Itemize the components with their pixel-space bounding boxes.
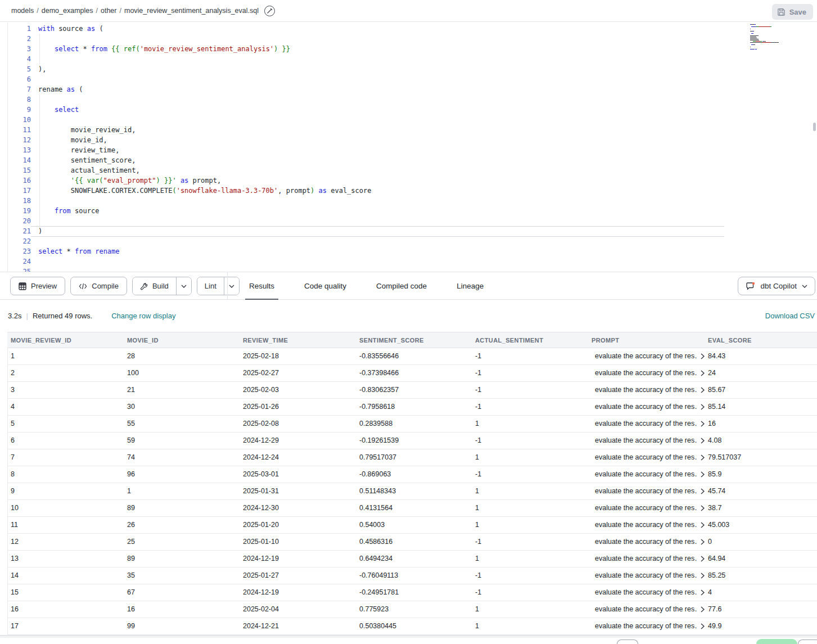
expand-chevron-icon[interactable] xyxy=(701,370,705,376)
code-line[interactable]: 25 xyxy=(7,267,817,272)
lint-label: Lint xyxy=(205,282,216,290)
code-line[interactable]: 9 select xyxy=(7,105,817,115)
expand-chevron-icon[interactable] xyxy=(701,404,705,410)
prompt-text: evaluate the accuracy of the res… xyxy=(592,433,697,449)
expand-chevron-icon[interactable] xyxy=(701,471,705,478)
expand-chevron-icon[interactable] xyxy=(701,421,705,427)
line-number: 25 xyxy=(7,267,31,272)
editor-minimap[interactable] xyxy=(750,24,813,52)
breadcrumb-segment[interactable]: models xyxy=(11,7,34,15)
prompt-text: evaluate the accuracy of the res… xyxy=(592,449,697,466)
toolbar-divider xyxy=(227,272,228,300)
prompt-text: evaluate the accuracy of the res… xyxy=(592,416,697,432)
breadcrumb-segment[interactable]: demo_examples xyxy=(42,7,93,15)
expand-chevron-icon[interactable] xyxy=(701,623,705,629)
breadcrumb-segment[interactable]: other xyxy=(101,7,117,15)
column-header[interactable]: MOVIE_REVIEW_ID xyxy=(7,332,124,348)
table-row: 14352025-01-27-0.76049113-1evaluate the … xyxy=(7,568,817,584)
table-row: 13892024-12-190.64942341evaluate the acc… xyxy=(7,551,817,568)
editor-scrollbar[interactable] xyxy=(813,123,816,131)
build-button[interactable]: Build xyxy=(133,277,176,295)
bottom-partial-button[interactable] xyxy=(798,640,817,644)
expand-chevron-icon[interactable] xyxy=(701,573,705,579)
column-header[interactable]: PROMPT xyxy=(588,332,705,348)
expand-chevron-icon[interactable] xyxy=(701,454,705,461)
code-line[interactable]: 14 sentiment_score, xyxy=(7,155,817,165)
table-cell: 2024-12-30 xyxy=(240,500,356,516)
lint-button[interactable]: Lint xyxy=(197,277,224,295)
code-line[interactable]: 13 review_time, xyxy=(7,145,817,155)
table-cell: -0.83556646 xyxy=(356,348,472,364)
code-line[interactable]: 19 from source xyxy=(7,206,817,216)
code-line[interactable]: 17 SNOWFLAKE.CORTEX.COMPLETE('snowflake-… xyxy=(7,186,817,196)
column-header[interactable]: ACTUAL_SENTIMENT xyxy=(472,332,588,348)
line-number: 4 xyxy=(7,54,31,64)
line-number: 6 xyxy=(7,74,31,84)
download-csv-link[interactable]: Download CSV xyxy=(765,312,815,320)
code-line[interactable]: 18 xyxy=(7,196,817,206)
code-line[interactable]: 10 xyxy=(7,115,817,125)
tab-lineage[interactable]: Lineage xyxy=(449,272,491,300)
column-header[interactable]: REVIEW_TIME xyxy=(240,332,356,348)
expand-chevron-icon[interactable] xyxy=(701,539,705,545)
code-line[interactable]: 23select * from rename xyxy=(7,246,817,256)
save-button[interactable]: Save xyxy=(772,4,813,20)
column-header[interactable]: EVAL_SCORE xyxy=(705,332,817,348)
wrench-icon xyxy=(140,282,148,290)
code-line[interactable]: 21) xyxy=(7,226,817,236)
change-row-display-link[interactable]: Change row display xyxy=(111,312,175,320)
code-line[interactable]: 1with source as ( xyxy=(7,24,817,34)
bottom-green-button[interactable] xyxy=(756,639,797,644)
code-line[interactable]: 22 xyxy=(7,236,817,246)
expand-chevron-icon[interactable] xyxy=(701,606,705,613)
expand-chevron-icon[interactable] xyxy=(701,438,705,444)
table-cell-eval-score: 85.14 xyxy=(705,399,817,415)
table-cell: 30 xyxy=(124,399,240,415)
table-cell: 0.54003 xyxy=(356,517,472,533)
code-line[interactable]: 11 movie_review_id, xyxy=(7,125,817,135)
code-line[interactable]: 15 actual_sentiment, xyxy=(7,165,817,175)
code-line[interactable]: 8 xyxy=(7,94,817,105)
preview-button[interactable]: Preview xyxy=(10,277,65,295)
expand-chevron-icon[interactable] xyxy=(701,353,705,359)
code-line[interactable]: 2 xyxy=(7,34,817,44)
tab-code-quality[interactable]: Code quality xyxy=(297,272,354,300)
tab-results[interactable]: Results xyxy=(242,272,282,300)
column-header[interactable]: MOVIE_ID xyxy=(124,332,240,348)
expand-chevron-icon[interactable] xyxy=(701,589,705,596)
chevron-down-icon xyxy=(181,285,187,288)
code-editor[interactable]: 1with source as (23 select * from {{ ref… xyxy=(0,22,817,272)
table-cell: 28 xyxy=(124,348,240,364)
lint-dropdown-chevron[interactable] xyxy=(224,277,239,295)
build-dropdown-chevron[interactable] xyxy=(176,277,191,295)
code-line[interactable]: 16 '{{ var("eval_prompt") }}' as prompt, xyxy=(7,175,817,186)
code-line[interactable]: 12 movie_id, xyxy=(7,135,817,145)
line-number: 1 xyxy=(7,24,31,34)
prompt-cell: evaluate the accuracy of the res… xyxy=(588,466,705,483)
code-line[interactable]: 5), xyxy=(7,64,817,74)
code-line[interactable]: 3 select * from {{ ref('movie_review_sen… xyxy=(7,44,817,54)
dbt-copilot-button[interactable]: dbt Copilot xyxy=(738,277,815,295)
expand-chevron-icon[interactable] xyxy=(701,505,705,511)
table-cell: 2024-12-29 xyxy=(240,433,356,449)
compile-button[interactable]: Compile xyxy=(70,277,127,295)
expand-chevron-icon[interactable] xyxy=(701,387,705,393)
code-line[interactable]: 4 xyxy=(7,54,817,64)
breadcrumb-segment[interactable]: movie_review_sentiment_analysis_eval.sql xyxy=(124,7,259,15)
table-cell: -1 xyxy=(472,568,588,584)
table-cell-eval-score: 79.517037 xyxy=(705,449,817,466)
code-line[interactable]: 6 xyxy=(7,74,817,84)
expand-chevron-icon[interactable] xyxy=(701,488,705,494)
line-number: 21 xyxy=(7,226,31,236)
code-line[interactable]: 20 xyxy=(7,216,817,226)
code-line[interactable]: 24 xyxy=(7,256,817,267)
column-header[interactable]: SENTIMENT_SCORE xyxy=(356,332,472,348)
prompt-text: evaluate the accuracy of the res… xyxy=(592,584,697,601)
expand-chevron-icon[interactable] xyxy=(701,556,705,562)
code-line[interactable]: 7rename as ( xyxy=(7,84,817,94)
bottom-partial-button[interactable] xyxy=(617,640,638,644)
expand-chevron-icon[interactable] xyxy=(701,522,705,528)
format-file-icon[interactable] xyxy=(264,6,275,16)
table-cell: 25 xyxy=(124,534,240,550)
tab-compiled-code[interactable]: Compiled code xyxy=(369,272,434,300)
